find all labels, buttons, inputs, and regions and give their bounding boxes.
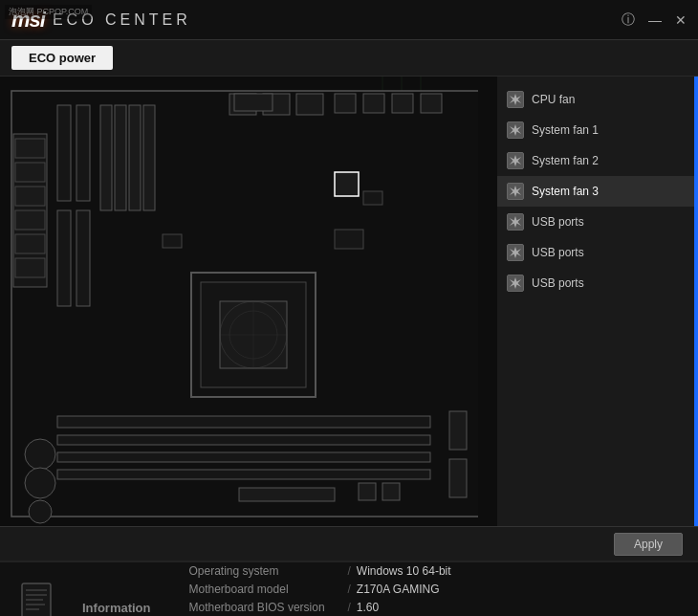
apply-area: Apply — [0, 526, 698, 561]
svg-rect-26 — [15, 139, 45, 158]
info-bar: Information Operating system / Windows 1… — [0, 561, 698, 616]
watermark: 泡泡网 PCPOP.COM — [5, 5, 92, 19]
fan-icon — [507, 244, 524, 261]
info-row: Operating system / Windows 10 64-bit — [189, 564, 486, 578]
svg-rect-23 — [421, 94, 442, 113]
info-val: 1.60 — [357, 601, 379, 614]
fan-icon — [507, 91, 524, 108]
svg-marker-65 — [510, 155, 521, 166]
svg-rect-29 — [15, 210, 45, 230]
svg-rect-24 — [234, 94, 273, 111]
fan-icon — [507, 275, 524, 292]
minimize-button[interactable]: — — [648, 12, 662, 28]
info-details: Operating system / Windows 10 64-bit Mot… — [189, 564, 486, 616]
svg-marker-64 — [510, 124, 521, 136]
svg-rect-20 — [335, 94, 356, 113]
info-key: Motherboard model — [189, 583, 342, 596]
svg-rect-30 — [15, 234, 45, 253]
svg-rect-28 — [15, 187, 45, 206]
svg-rect-72 — [26, 594, 47, 596]
info-section-label: Information — [82, 601, 151, 615]
info-button[interactable]: ⓘ — [622, 11, 635, 29]
svg-rect-48 — [57, 435, 430, 445]
svg-rect-50 — [57, 470, 430, 479]
fan-icon — [507, 121, 524, 139]
menu-label: CPU fan — [532, 93, 575, 106]
blue-accent — [694, 77, 698, 526]
svg-marker-68 — [510, 247, 521, 258]
toolbar: ECO power — [0, 40, 698, 77]
svg-rect-49 — [57, 452, 430, 462]
svg-rect-74 — [26, 604, 45, 605]
menu-item-cpu-fan[interactable]: CPU fan — [497, 84, 698, 115]
eco-power-button[interactable]: ECO power — [11, 46, 113, 70]
svg-rect-36 — [100, 105, 112, 210]
fan-icon — [507, 152, 524, 169]
svg-marker-63 — [510, 94, 521, 105]
right-panel: CPU fan System fan 1 System fan 2 System… — [497, 77, 698, 526]
info-icon — [15, 579, 63, 616]
svg-rect-34 — [76, 105, 90, 201]
svg-marker-67 — [510, 216, 521, 228]
svg-marker-69 — [510, 277, 521, 289]
svg-rect-19 — [296, 94, 323, 115]
svg-rect-38 — [129, 105, 141, 210]
svg-point-60 — [25, 468, 55, 498]
menu-label: System fan 2 — [532, 154, 599, 167]
svg-rect-35 — [76, 210, 90, 306]
svg-point-61 — [29, 500, 52, 523]
svg-rect-62 — [335, 172, 359, 196]
menu-item-usb-ports-3[interactable]: USB ports — [497, 268, 698, 298]
menu-label: USB ports — [532, 276, 584, 290]
svg-rect-47 — [57, 416, 430, 428]
menu-item-usb-ports-2[interactable]: USB ports — [497, 237, 698, 268]
fan-icon — [507, 213, 524, 231]
svg-rect-56 — [163, 234, 182, 248]
info-sep: / — [348, 583, 351, 596]
svg-rect-53 — [382, 483, 400, 500]
svg-rect-51 — [239, 488, 335, 501]
menu-label: USB ports — [532, 215, 584, 229]
svg-rect-32 — [57, 105, 71, 201]
info-row: Motherboard model / Z170A GAMING — [189, 583, 486, 596]
info-val: Z170A GAMING — [357, 583, 440, 596]
info-sep: / — [348, 601, 351, 614]
svg-rect-75 — [26, 608, 39, 610]
svg-rect-21 — [363, 94, 384, 113]
main-content: CPU fan System fan 1 System fan 2 System… — [0, 77, 698, 526]
svg-point-59 — [25, 439, 55, 470]
menu-item-system-fan-1[interactable]: System fan 1 — [497, 115, 698, 145]
svg-rect-57 — [335, 230, 363, 249]
svg-rect-71 — [26, 589, 47, 591]
svg-marker-66 — [510, 186, 521, 197]
info-val: Windows 10 64-bit — [357, 564, 451, 578]
info-row: Motherboard BIOS version / 1.60 — [189, 601, 486, 614]
svg-rect-37 — [115, 105, 126, 210]
menu-item-system-fan-3[interactable]: System fan 3 — [497, 176, 698, 207]
svg-rect-58 — [363, 191, 382, 205]
svg-rect-31 — [15, 258, 45, 277]
close-button[interactable]: ✕ — [675, 12, 687, 28]
svg-rect-39 — [143, 105, 155, 210]
menu-label: System fan 1 — [532, 123, 599, 137]
svg-rect-55 — [449, 459, 467, 497]
menu-item-system-fan-2[interactable]: System fan 2 — [497, 145, 698, 176]
motherboard-diagram — [0, 77, 478, 526]
fan-icon — [507, 183, 524, 200]
motherboard-area — [0, 77, 497, 526]
svg-rect-27 — [15, 163, 45, 182]
info-sep: / — [348, 564, 351, 578]
apply-button[interactable]: Apply — [614, 533, 683, 556]
svg-rect-54 — [449, 411, 467, 450]
svg-rect-73 — [26, 599, 43, 601]
menu-item-usb-ports-1[interactable]: USB ports — [497, 207, 698, 237]
title-controls: ⓘ — ✕ — [622, 11, 687, 29]
title-bar: msi ECO CENTER ⓘ — ✕ — [0, 0, 698, 40]
svg-rect-52 — [359, 483, 376, 500]
info-key: Operating system — [189, 564, 342, 578]
info-key: Motherboard BIOS version — [189, 601, 342, 614]
menu-label: USB ports — [532, 246, 584, 259]
svg-rect-33 — [57, 210, 71, 306]
menu-label: System fan 3 — [532, 185, 599, 198]
svg-rect-22 — [392, 94, 413, 113]
